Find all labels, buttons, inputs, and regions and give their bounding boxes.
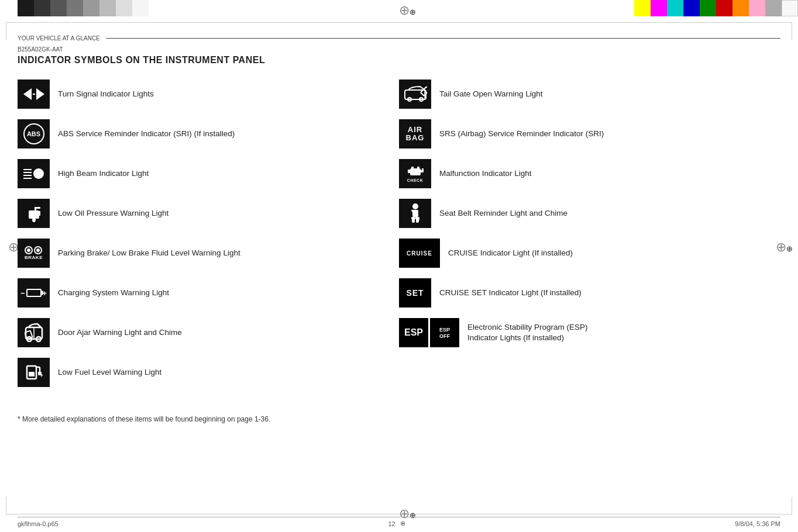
charging-icon: − +: [18, 278, 50, 308]
esp-main-box: ESP: [399, 318, 428, 347]
section-header: YOUR VEHICLE AT A GLANCE: [18, 35, 780, 42]
check-text: CHECK: [407, 178, 423, 182]
right-color-swatches: [634, 0, 798, 16]
high-beam-label: High Beam Indicator Light: [58, 168, 149, 179]
indicator-turn-signal: Turn Signal Indicator Lights: [18, 80, 399, 109]
indicator-grid: Turn Signal Indicator Lights ABS ABS Ser…: [18, 80, 780, 398]
color-swatch: [683, 0, 700, 16]
door-ajar-label: Door Ajar Warning Light and Chime: [58, 327, 182, 338]
esp-label-line1: Electronic Stability Program (ESP): [467, 322, 588, 333]
color-swatch: [700, 0, 716, 16]
esp-off-line2: OFF: [439, 333, 450, 339]
turn-signal-icon: [18, 80, 50, 109]
abs-circle-icon: ABS: [23, 123, 44, 144]
oil-pressure-svg: [24, 203, 44, 223]
tailgate-icon: [399, 80, 431, 109]
indicator-oil-pressure: Low Oil Pressure Warning Light: [18, 199, 399, 228]
seatbelt-icon: [399, 199, 431, 228]
page-title: INDICATOR SYMBOLS ON THE INSTRUMENT PANE…: [18, 55, 780, 65]
esp-icon-group: ESP ESP OFF: [399, 318, 459, 347]
brake-circle-right: [34, 246, 42, 254]
engine-svg: [407, 165, 424, 178]
hb-line-3: [23, 175, 32, 176]
color-swatch: [651, 0, 667, 16]
color-swatch: [782, 0, 798, 16]
fuel-icon: [18, 358, 50, 387]
esp-off-box: ESP OFF: [430, 318, 459, 347]
color-swatch: [732, 0, 749, 16]
indicator-charging: − + Charging System Warning Light: [18, 278, 399, 308]
arrow-right-icon: [36, 88, 44, 100]
color-swatch: [716, 0, 732, 16]
svg-rect-25: [422, 168, 424, 171]
airbag-text-bot: BAG: [406, 134, 425, 142]
indicator-malfunction: CHECK Malfunction Indicator Light: [399, 159, 780, 188]
oil-pressure-icon: [18, 199, 50, 228]
color-swatch: [132, 0, 149, 16]
border-left-top: [6, 22, 6, 40]
battery-body: [26, 289, 42, 297]
svg-point-3: [32, 217, 36, 222]
seatbelt-label: Seat Belt Reminder Light and Chime: [439, 208, 567, 219]
footer-date: 9/8/04, 5:36 PM: [735, 520, 780, 527]
turn-signal-label: Turn Signal Indicator Lights: [58, 89, 154, 99]
border-left-bottom: [6, 497, 6, 514]
door-ajar-icon: [18, 318, 50, 347]
svg-rect-23: [408, 170, 411, 173]
footnote: * More detailed explanations of these it…: [18, 415, 780, 423]
svg-rect-2: [29, 210, 39, 219]
indicator-door-ajar: Door Ajar Warning Light and Chime: [18, 318, 399, 347]
svg-point-26: [412, 203, 418, 209]
svg-rect-4: [38, 211, 40, 216]
set-text: SET: [406, 288, 424, 298]
arrow-left-icon: [23, 88, 32, 100]
battery-container: − +: [20, 289, 47, 297]
esp-label-container: Electronic Stability Program (ESP) Indic…: [467, 322, 588, 343]
hb-bulb: [33, 168, 44, 179]
brake-circle-inner-left: [27, 248, 30, 252]
indicator-tailgate: Tail Gate Open Warning Light: [399, 80, 780, 109]
indicator-cruise: CRUISE CRUISE Indicator Light (If instal…: [399, 239, 780, 268]
color-swatch: [34, 0, 50, 16]
minus-sign: −: [20, 289, 25, 297]
esp-label-line2: Indicator Lights (If installed): [467, 333, 588, 343]
doc-code: B255A02GK-AAT: [18, 46, 780, 53]
brake-circles: [25, 246, 42, 254]
door-ajar-svg: [25, 322, 43, 344]
footer-filename: gkflhma-0.p65: [18, 520, 59, 527]
border-top: [6, 22, 792, 23]
charging-label: Charging System Warning Light: [58, 288, 169, 298]
cruise-label: CRUISE Indicator Light (If installed): [448, 248, 573, 258]
high-beam-icon: [18, 159, 50, 188]
fuel-label: Low Fuel Level Warning Light: [58, 367, 161, 378]
oil-pressure-label: Low Oil Pressure Warning Light: [58, 208, 168, 219]
esp-off-graphic: ESP OFF: [439, 327, 450, 339]
abs-icon: ABS: [18, 119, 50, 148]
hb-line-4: [23, 178, 32, 179]
indicator-airbag: AIR BAG SRS (Airbag) Service Reminder In…: [399, 119, 780, 148]
color-swatch: [749, 0, 765, 16]
set-icon-box: SET: [399, 278, 431, 308]
esp-off-line1: ESP: [439, 327, 450, 333]
abs-label: ABS Service Reminder Indicator (SRI) (If…: [58, 129, 235, 139]
brake-label: Parking Brake/ Low Brake Fluid Level War…: [58, 248, 240, 258]
color-swatch: [83, 0, 99, 16]
brake-circle-inner-right: [36, 248, 40, 252]
cruise-text: CRUISE: [407, 250, 432, 257]
footer-page-number: 12: [388, 520, 395, 527]
svg-rect-1: [35, 207, 40, 209]
check-graphic: CHECK: [407, 165, 424, 182]
esp-main-text: ESP: [404, 327, 423, 338]
svg-rect-31: [416, 217, 419, 223]
svg-rect-22: [417, 167, 419, 170]
color-swatch: [116, 0, 132, 16]
hb-line-1: [23, 169, 32, 170]
airbag-text-top: AIR: [408, 126, 422, 134]
indicator-high-beam: High Beam Indicator Light: [18, 159, 399, 188]
color-swatch: [667, 0, 683, 16]
airbag-label: SRS (Airbag) Service Reminder Indicator …: [439, 129, 604, 139]
set-graphic: SET: [399, 278, 431, 308]
indicator-cruise-set: SET CRUISE SET Indicator Light (If insta…: [399, 278, 780, 308]
color-swatch: [765, 0, 782, 16]
brake-graphic: BRAKE: [25, 246, 43, 260]
